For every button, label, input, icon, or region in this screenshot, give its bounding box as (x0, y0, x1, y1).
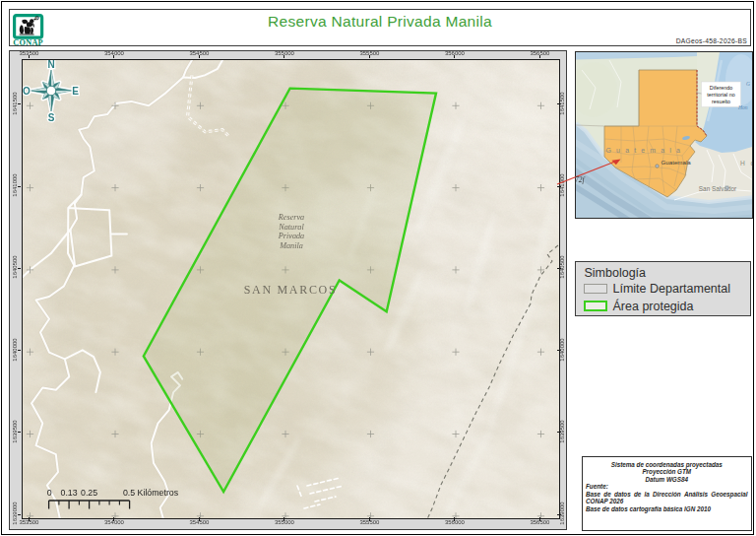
svg-text:0: 0 (47, 487, 52, 497)
svg-text:Reserva: Reserva (278, 213, 304, 222)
svg-text:Diferendo: Diferendo (710, 85, 732, 91)
svg-text:0.5: 0.5 (123, 487, 135, 497)
svg-text:0.13: 0.13 (61, 487, 78, 497)
svg-text:E: E (72, 86, 79, 97)
svg-text:Hon: Hon (737, 104, 748, 110)
svg-text:Manila: Manila (279, 241, 303, 250)
svg-text:Kilómetros: Kilómetros (138, 487, 179, 497)
svg-text:Guatemala: Guatemala (662, 159, 692, 166)
svg-text:O: O (23, 86, 31, 97)
svg-text:Privada: Privada (278, 232, 304, 240)
svg-text:San Salvador: San Salvador (699, 185, 737, 192)
svg-text:CONAP: CONAP (13, 38, 43, 47)
svg-text:0.25: 0.25 (81, 487, 97, 497)
svg-text:N: N (48, 60, 55, 70)
svg-text:H o: H o (740, 160, 753, 167)
svg-text:Natural: Natural (278, 222, 304, 231)
svg-text:SAN MARCOS: SAN MARCOS (244, 282, 338, 296)
svg-text:territorial no: territorial no (707, 92, 734, 98)
svg-text:72f: 72f (575, 175, 585, 184)
svg-text:resuelto: resuelto (712, 99, 730, 104)
svg-text:G: G (746, 81, 750, 87)
svg-text:S: S (48, 112, 55, 123)
